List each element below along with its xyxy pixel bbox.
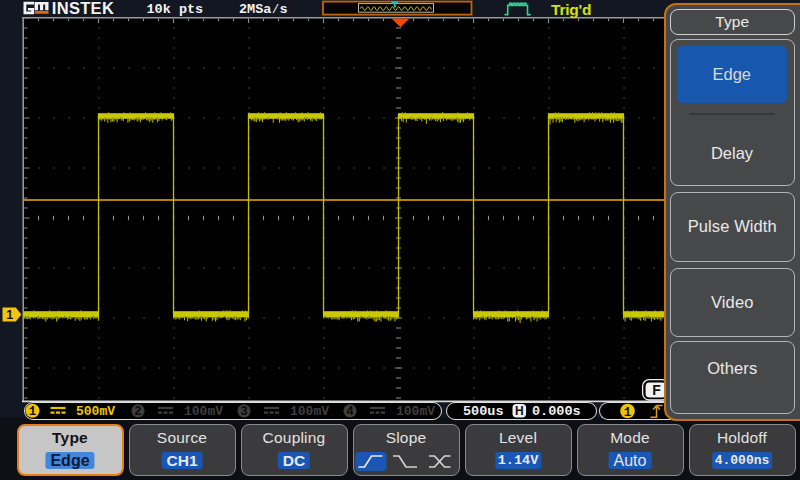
svg-text:INSTEK: INSTEK (52, 0, 114, 17)
svg-text:1: 1 (624, 406, 632, 420)
svg-text:2: 2 (134, 405, 142, 419)
svg-text:3: 3 (240, 405, 248, 419)
svg-text:1: 1 (6, 308, 13, 322)
svg-text:4: 4 (346, 405, 354, 419)
svg-text:F: F (652, 382, 661, 398)
svg-text:1: 1 (29, 405, 37, 419)
svg-text:H: H (515, 404, 524, 418)
